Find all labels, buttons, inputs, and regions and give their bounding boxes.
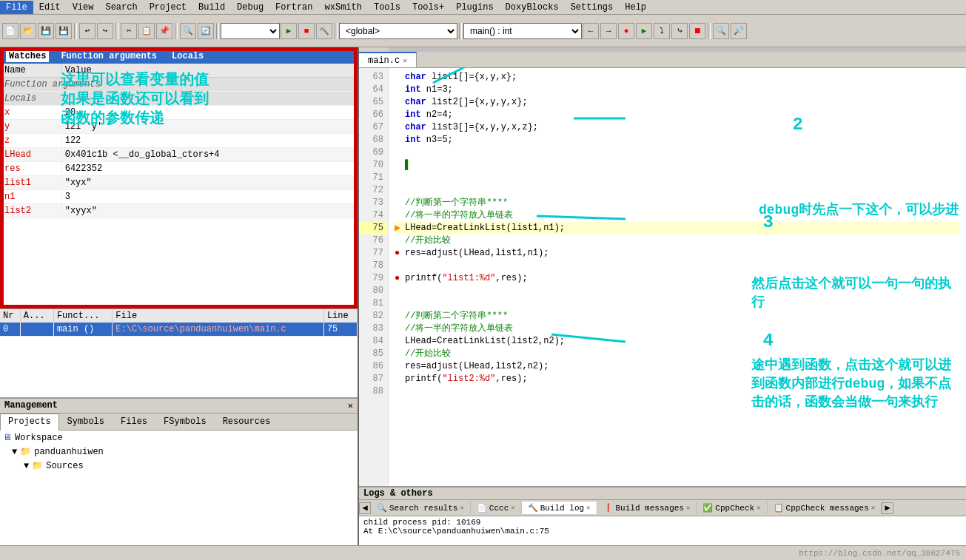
open-btn[interactable]: 📂 <box>20 23 36 39</box>
global-combo[interactable]: <global> <box>339 23 457 39</box>
tree-sources[interactable]: ▼ 📁 Sources <box>0 459 358 473</box>
code-line-76: ● //开始比较 <box>395 235 960 247</box>
tree-project[interactable]: ▼ 📁 panduanhuiwen <box>0 445 358 459</box>
nav-fwd-btn[interactable]: → <box>600 23 617 39</box>
watch-row-x[interactable]: x 20 <box>1 106 356 120</box>
main-layout: Watches Function arguments Locals 这里可以查看… <box>0 47 966 545</box>
cppcheck-tab-close[interactable]: ✕ <box>757 504 760 512</box>
paste-btn[interactable]: 📌 <box>156 23 172 39</box>
save-btn[interactable]: 💾 <box>38 23 54 39</box>
log-line-2: At E:\C\source\panduanhuiwen\main.c:75 <box>363 527 962 536</box>
menu-fortran[interactable]: Fortran <box>269 1 318 14</box>
menu-debug[interactable]: Debug <box>231 1 269 14</box>
watch-row-list1[interactable]: list1 "xyx" <box>1 176 356 190</box>
watch-row-n1[interactable]: n1 3 <box>1 190 356 204</box>
mgmt-tab-symbols[interactable]: Symbols <box>59 414 113 430</box>
callstack-row-0[interactable]: 0 main () E:\C\source\panduanhuiwen\main… <box>0 323 358 337</box>
watch-row-res[interactable]: res 6422352 <box>1 162 356 176</box>
code-line-71: ● <box>395 172 960 184</box>
find-btn[interactable]: 🔍 <box>180 23 196 39</box>
new-btn[interactable]: 📄 <box>2 23 19 39</box>
copy-btn[interactable]: 📋 <box>138 23 155 39</box>
editor-tab-main[interactable]: main.c ✕ <box>359 52 417 67</box>
code-line-72: ● <box>395 184 960 197</box>
editor-tab-close[interactable]: ✕ <box>403 56 407 65</box>
search-tab-close[interactable]: ✕ <box>460 504 463 512</box>
func-combo[interactable]: main() : int <box>463 23 582 39</box>
log-tab-buildmsg[interactable]: ❗ Build messages ✕ <box>597 502 697 514</box>
buildmsg-tab-label: Build messages <box>616 504 684 513</box>
menu-edit[interactable]: Edit <box>33 1 67 14</box>
dbg-step-in-btn[interactable]: ⤵ <box>654 23 670 39</box>
mgmt-tab-projects[interactable]: Projects <box>0 414 59 431</box>
watches-tab-funcargs[interactable]: Function arguments <box>58 50 160 62</box>
run-btn[interactable]: ▶ <box>281 23 297 39</box>
cppcheck-tab-label: CppCheck <box>715 504 754 513</box>
left-panel: Watches Function arguments Locals 这里可以查看… <box>0 47 359 545</box>
menu-tools-plus[interactable]: Tools+ <box>406 1 450 14</box>
dbg-stop-btn[interactable]: ⏹ <box>689 23 705 39</box>
debug-combo[interactable]: Debug <box>221 23 280 39</box>
zoom-in-btn[interactable]: 🔎 <box>731 23 747 39</box>
log-tab-search[interactable]: 🔍 Search results ✕ <box>371 502 471 514</box>
undo-btn[interactable]: ↩ <box>79 23 95 39</box>
replace-btn[interactable]: 🔄 <box>198 23 214 39</box>
sep7 <box>708 23 711 39</box>
redo-btn[interactable]: ↪ <box>97 23 113 39</box>
log-tab-buildlog[interactable]: 🔨 Build log ✕ <box>522 502 597 514</box>
section-funcargs: Function arguments <box>1 78 356 92</box>
search2-btn[interactable]: 🔍 <box>713 23 729 39</box>
cppcheck-msg-tab-close[interactable]: ✕ <box>871 504 875 512</box>
menu-project[interactable]: Project <box>144 1 192 14</box>
code-line-79: ● printf("list1:%d",res); <box>395 272 960 285</box>
buildmsg-tab-close[interactable]: ✕ <box>686 504 690 512</box>
management-close-btn[interactable]: ✕ <box>348 400 353 411</box>
menu-build[interactable]: Build <box>192 1 231 14</box>
log-tab-cccc[interactable]: 📄 Cccc ✕ <box>471 502 522 514</box>
mgmt-tab-files[interactable]: Files <box>113 414 155 430</box>
watch-row-lhead[interactable]: LHead 0x401c1b <__do_global_ctors+4 <box>1 148 356 162</box>
menu-tools[interactable]: Tools <box>368 1 406 14</box>
code-hscroll[interactable] <box>389 47 966 52</box>
dbg-run-btn[interactable]: ▶ <box>636 23 652 39</box>
menu-search[interactable]: Search <box>99 1 143 14</box>
watch-row-z[interactable]: z 122 <box>1 134 356 148</box>
sep5 <box>335 23 338 39</box>
menu-file[interactable]: File <box>0 1 33 14</box>
watches-tab-watches[interactable]: Watches <box>6 50 49 62</box>
project-expand-icon[interactable]: ▼ <box>12 447 17 457</box>
menu-view[interactable]: View <box>67 1 100 14</box>
stop-btn[interactable]: ■ <box>298 23 315 39</box>
log-tab-cppcheck-msg[interactable]: 📋 CppCheck messages ✕ <box>768 502 882 514</box>
search-tab-icon: 🔍 <box>377 503 387 513</box>
code-content[interactable]: ● char list1[]={x,y,x}; ● int n1=3; ● ch… <box>389 68 966 486</box>
mgmt-tab-fsymbols[interactable]: FSymbols <box>155 414 215 430</box>
watches-tab-locals[interactable]: Locals <box>169 50 207 62</box>
menu-doxyblocks[interactable]: DoxyBlocks <box>500 1 565 14</box>
management-title: Management <box>4 400 58 411</box>
nav-back-btn[interactable]: ← <box>583 23 599 39</box>
sources-expand-icon[interactable]: ▼ <box>24 461 29 471</box>
menu-wxsmith[interactable]: wxSmith <box>319 1 368 14</box>
logs-scroll-left[interactable]: ◀ <box>359 502 371 514</box>
sep2 <box>115 23 118 39</box>
breakpoint-btn[interactable]: ● <box>618 23 634 39</box>
cccc-tab-close[interactable]: ✕ <box>511 504 514 512</box>
menu-plugins[interactable]: Plugins <box>450 1 499 14</box>
buildlog-tab-close[interactable]: ✕ <box>586 504 590 512</box>
menu-help[interactable]: Help <box>619 1 652 14</box>
logs-scroll-right[interactable]: ▶ <box>882 502 893 514</box>
tree-workspace[interactable]: 🖥 Workspace <box>0 431 358 445</box>
cccc-tab-icon: 📄 <box>477 503 487 513</box>
cut-btn[interactable]: ✂ <box>121 23 137 39</box>
save-all-btn[interactable]: 💾 <box>56 23 72 39</box>
menu-settings[interactable]: Settings <box>565 1 620 14</box>
watch-row-list2[interactable]: list2 "xyyx" <box>1 204 356 218</box>
log-tab-cppcheck[interactable]: ✅ CppCheck ✕ <box>697 502 767 514</box>
build-btn[interactable]: 🔨 <box>316 23 332 39</box>
watch-row-y[interactable]: y 121 'y' <box>1 120 356 134</box>
statusbar: https://blog.csdn.net/qq_38627475 <box>0 545 966 560</box>
bp-68: ● <box>395 134 403 146</box>
dbg-step-over-btn[interactable]: ⤷ <box>671 23 688 39</box>
mgmt-tab-resources[interactable]: Resources <box>215 414 279 430</box>
